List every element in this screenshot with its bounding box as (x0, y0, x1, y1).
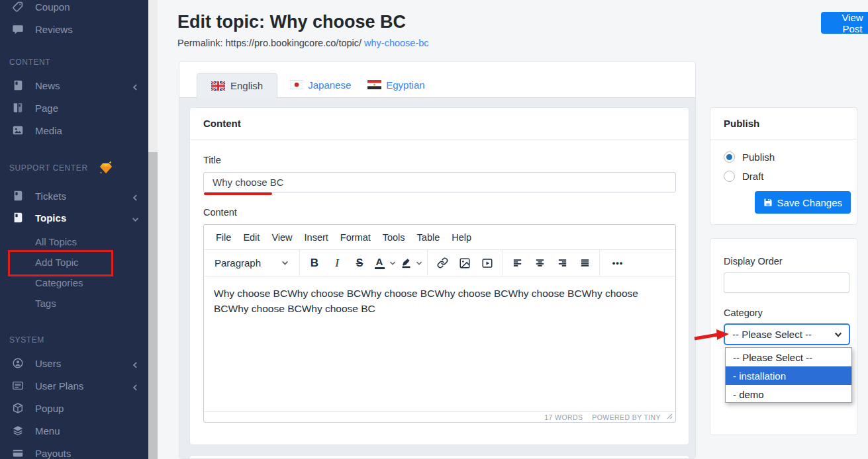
tab-strip: English Japanese Egyptian (179, 62, 695, 98)
language-tabs-card: English Japanese Egyptian Content Title … (179, 62, 696, 459)
coupon-icon (12, 1, 24, 13)
menu-tools[interactable]: Tools (377, 232, 411, 243)
book-icon (12, 79, 24, 91)
sidebar-section-system: SYSTEM (9, 333, 44, 347)
publish-card-header: Publish (710, 108, 857, 140)
display-order-input[interactable] (724, 272, 849, 293)
dropdown-option-demo[interactable]: - demo (726, 385, 851, 403)
next-section-card (189, 455, 689, 458)
sidebar-item-tickets[interactable]: Tickets (0, 185, 148, 207)
sidebar-item-menu[interactable]: Menu (0, 419, 148, 442)
editor-body[interactable]: Why choose BCWhy choose BCWhy choose BCW… (204, 276, 675, 411)
content-card: Content Title Content File Edit View Ins… (189, 107, 689, 445)
radio-draft[interactable]: Draft (724, 171, 764, 182)
menu-table[interactable]: Table (411, 232, 446, 243)
annotation-red-underline (204, 192, 272, 195)
bold-button[interactable]: B (303, 253, 326, 274)
strikethrough-button[interactable]: S (348, 253, 371, 274)
menu-insert[interactable]: Insert (299, 232, 334, 243)
chevron-down-icon (281, 259, 289, 267)
sidebar-item-popup[interactable]: Popup (0, 397, 148, 419)
chevron-left-icon (132, 192, 139, 200)
permalink: Permalink: https://pro.bookingcore.co/to… (177, 38, 429, 48)
radio-label: Draft (742, 171, 764, 182)
radio-label: Publish (742, 151, 775, 163)
menu-edit[interactable]: Edit (237, 232, 265, 243)
chevron-left-icon (132, 382, 139, 390)
sidebar-item-topics[interactable]: Topics (0, 206, 148, 229)
radio-publish[interactable]: Publish (724, 151, 775, 163)
sidebar-item-label: User Plans (35, 380, 83, 392)
menu-view[interactable]: View (265, 232, 298, 243)
sidebar-item-label: News (35, 80, 60, 91)
insert-media-button[interactable] (476, 253, 499, 274)
tab-content-pane: Content Title Content File Edit View Ins… (179, 98, 695, 458)
sidebar-subitem-tags[interactable]: Tags (35, 293, 56, 313)
text-color-chevron[interactable] (388, 253, 397, 274)
sidebar-subitem-categories[interactable]: Categories (35, 272, 83, 292)
section-title: SUPPORT CENTER (9, 163, 88, 173)
highlight-color-button[interactable] (397, 253, 414, 274)
insert-image-button[interactable] (454, 253, 476, 274)
sidebar-subitem-all-topics[interactable]: All Topics (35, 231, 77, 251)
justify-button[interactable] (573, 253, 596, 274)
book-icon (12, 212, 24, 224)
tab-japanese[interactable]: Japanese (290, 72, 351, 97)
sidebar-item-coupon[interactable]: Coupon (0, 0, 148, 18)
category-select[interactable]: -- Please Select -- (724, 323, 850, 345)
sidebar-subitem-add-topic[interactable]: Add Topic (35, 252, 79, 272)
sidebar-item-news[interactable]: News (0, 74, 148, 97)
align-left-button[interactable] (506, 253, 528, 274)
credit-card-icon (12, 447, 24, 459)
permalink-prefix: Permalink: https://pro.bookingcore.co/to… (177, 38, 362, 48)
layers-icon (12, 425, 24, 437)
sidebar-item-label: Users (35, 358, 61, 369)
menu-format[interactable]: Format (334, 232, 377, 243)
rich-text-editor: File Edit View Insert Format Tools Table… (203, 224, 676, 423)
sidebar-item-users[interactable]: Users (0, 352, 148, 374)
align-center-button[interactable] (528, 253, 551, 274)
italic-button[interactable]: I (326, 253, 348, 274)
sidebar-item-reviews[interactable]: Reviews (0, 18, 148, 40)
sidebar-scrollbar-thumb[interactable] (148, 152, 158, 459)
sidebar-section-support-center: SUPPORT CENTER (9, 161, 115, 175)
sidebar-item-label: Payouts (35, 448, 71, 459)
menu-file[interactable]: File (210, 232, 237, 243)
highlight-color-chevron[interactable] (414, 253, 424, 274)
dropdown-option-please-select[interactable]: -- Please Select -- (726, 348, 851, 366)
display-order-label: Display Order (724, 256, 783, 267)
save-changes-button[interactable]: Save Changes (755, 191, 851, 214)
list-card-icon (12, 380, 24, 392)
publish-card: Publish Publish Draft Save Changes (710, 107, 857, 225)
radio-button-unchecked[interactable] (724, 171, 735, 182)
user-circle-icon (12, 357, 24, 369)
sidebar-item-media[interactable]: Media (0, 119, 148, 142)
dropdown-option-installation[interactable]: - installation (726, 366, 851, 385)
link-button[interactable] (431, 253, 454, 274)
tab-egyptian[interactable]: Egyptian (367, 72, 424, 97)
view-post-button[interactable]: View Post (821, 12, 868, 34)
format-select-value: Paragraph (215, 257, 261, 269)
align-right-button[interactable] (551, 253, 573, 274)
tab-label: Japanese (308, 79, 351, 91)
more-tools-button[interactable]: ••• (603, 253, 632, 274)
text-color-button[interactable]: A (371, 253, 388, 274)
japan-flag-icon (290, 80, 303, 89)
radio-button-checked[interactable] (724, 151, 735, 163)
editor-statusbar: 17 WORDS POWERED BY TINY (204, 411, 675, 422)
tab-label: English (230, 80, 263, 91)
menu-help[interactable]: Help (446, 232, 477, 243)
permalink-slug-link[interactable]: why-choose-bc (364, 38, 429, 48)
sidebar-item-payouts[interactable]: Payouts (0, 442, 148, 459)
format-select[interactable]: Paragraph (209, 253, 294, 274)
sidebar-item-label: Coupon (35, 1, 70, 13)
tab-english[interactable]: English (197, 73, 277, 98)
sidebar-scrollbar-track[interactable] (148, 0, 158, 459)
tab-label: Egyptian (386, 79, 424, 91)
resize-handle-icon[interactable] (667, 413, 673, 421)
sidebar-item-page[interactable]: Page (0, 97, 148, 119)
sidebar: Coupon Reviews CONTENT News Page Media S… (0, 0, 148, 459)
title-input[interactable] (203, 172, 676, 192)
open-book-icon (12, 102, 24, 114)
sidebar-item-user-plans[interactable]: User Plans (0, 374, 148, 397)
